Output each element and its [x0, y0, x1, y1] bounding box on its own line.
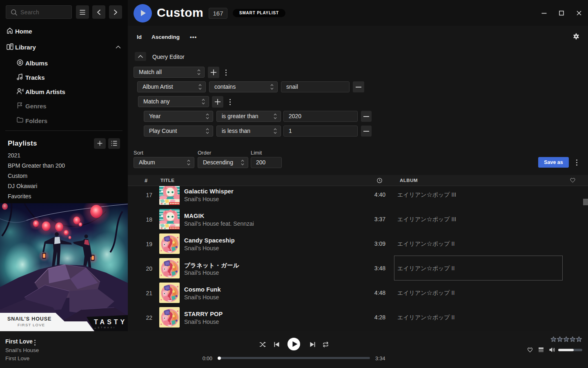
svg-text:FIRST LOVE: FIRST LOVE	[18, 323, 45, 327]
svg-text:△STMAXI: △STMAXI	[94, 326, 116, 329]
svg-text:SNAIL’S HOUSE: SNAIL’S HOUSE	[7, 316, 51, 322]
svg-text:TASTY: TASTY	[94, 319, 127, 325]
